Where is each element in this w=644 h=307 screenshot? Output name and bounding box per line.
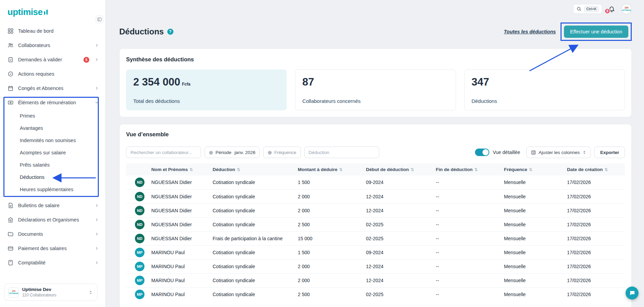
chevron-right-icon: [94, 217, 99, 222]
sidebar-item-actions-requises[interactable]: Actions requises: [0, 67, 105, 81]
deductions-table: Nom et Prénoms⇅ Déduction⇅ Montant à déd…: [126, 164, 625, 301]
cell-name: NGUESSAN Didier: [148, 231, 209, 245]
search-collaborator-input[interactable]: [126, 147, 201, 158]
org-switcher[interactable]: 100UPTIMISE Uptimise Dev 110 Collaborate…: [4, 283, 97, 301]
cell-amount: 1 500: [294, 175, 363, 189]
col-amount[interactable]: Montant à déduire⇅: [294, 164, 363, 175]
table-row[interactable]: ND NGUESSAN Didier Cotisation syndicale …: [126, 189, 625, 203]
table-row[interactable]: MP MARINOU Paul Cotisation syndicale 2 0…: [126, 259, 625, 273]
sort-icon[interactable]: ⇅: [474, 167, 478, 172]
sort-icon[interactable]: ⇅: [529, 167, 532, 172]
table-row[interactable]: ND NGUESSAN Didier Cotisation syndicale …: [126, 203, 625, 217]
sidebar-item-avantages[interactable]: Avantages: [0, 122, 105, 134]
table-header: Nom et Prénoms⇅ Déduction⇅ Montant à déd…: [126, 164, 625, 175]
logo-wordmark: uptimise: [7, 7, 43, 17]
sidebar-item-documents[interactable]: Documents: [0, 227, 105, 241]
col-frequency[interactable]: Fréquence⇅: [501, 164, 564, 175]
cell-frequency: Mensuelle: [501, 259, 564, 273]
global-search[interactable]: Ctrl+K: [573, 4, 602, 14]
col-name[interactable]: Nom et Prénoms⇅: [148, 164, 209, 175]
cell-amount: 2 000: [294, 189, 363, 203]
period-value: janv. 2026: [234, 150, 255, 155]
cell-frequency: Mensuelle: [501, 203, 564, 217]
sidebar-item-indemnites-non-soumises[interactable]: Indemnités non soumises: [0, 134, 105, 147]
cell-frequency: Mensuelle: [501, 189, 564, 203]
sub-item-label: Indemnités non soumises: [20, 138, 76, 143]
cell-deduction: Cotisation syndicale: [209, 287, 294, 301]
chevron-right-icon: [94, 57, 99, 62]
table-row[interactable]: MP MARINOU Paul Cotisation syndicale 2 5…: [126, 287, 625, 301]
sub-item-label: Prêts salariés: [20, 162, 50, 168]
sidebar-item-acomptes-sur-salaire[interactable]: Acomptes sur salaire: [0, 147, 105, 159]
col-created[interactable]: Date de création⇅: [564, 164, 625, 175]
frequency-filter-chip[interactable]: ⊕ Fréquence: [263, 147, 301, 158]
sidebar-item-label: Paiement des salaires: [18, 246, 90, 251]
overview-title: Vue d’ensemble: [126, 131, 625, 138]
detailed-view-toggle[interactable]: [475, 149, 489, 156]
cell-frequency: Mensuelle: [501, 231, 564, 245]
cell-avatar: ND: [126, 203, 148, 217]
user-avatar[interactable]: 100 UPTIMISE: [621, 4, 632, 14]
sort-icon[interactable]: ⇅: [604, 167, 608, 172]
sort-icon[interactable]: ⇅: [339, 167, 342, 172]
table-row[interactable]: ND NGUESSAN Didier Cotisation syndicale …: [126, 217, 625, 231]
create-deduction-button[interactable]: Effectuer une déduction: [564, 26, 628, 38]
sidebar-item-primes[interactable]: Primes: [0, 110, 105, 122]
cell-name: MARINOU Paul: [148, 259, 209, 273]
chevron-right-icon: [94, 43, 99, 48]
sidebar-item-conges-et-absences[interactable]: Congés et Absences: [0, 81, 105, 95]
cell-amount: 1 500: [294, 245, 363, 259]
folder-icon: [7, 231, 14, 237]
col-end[interactable]: Fin de déduction⇅: [432, 164, 501, 175]
table-row[interactable]: MP MARINOU Paul Cotisation syndicale 2 0…: [126, 273, 625, 287]
cell-frequency: Mensuelle: [501, 217, 564, 231]
sort-icon[interactable]: ⇅: [411, 167, 414, 172]
notifications-button[interactable]: 8: [608, 5, 615, 12]
export-button[interactable]: Exporter: [594, 147, 625, 158]
table-row[interactable]: MP MARINOU Paul Cotisation syndicale 1 5…: [126, 245, 625, 259]
table-row[interactable]: ND NGUESSAN Didier Cotisation syndicale …: [126, 175, 625, 189]
sort-icon[interactable]: ⇅: [189, 167, 193, 172]
sidebar-item-demandes-a-valider[interactable]: Demandes à valider 5: [0, 52, 105, 67]
sidebar-item-bulletins-de-salaire[interactable]: Bulletins de salaire: [0, 198, 105, 213]
cell-deduction: Cotisation syndicale: [209, 175, 294, 189]
cell-end: --: [432, 273, 501, 287]
cell-created: 17/02/2026: [564, 273, 625, 287]
sidebar-item-deductions[interactable]: Déductions: [0, 171, 105, 183]
sidebar-item-collaborateurs[interactable]: Collaborateurs: [0, 38, 105, 52]
deduction-filter-input[interactable]: [304, 147, 379, 158]
help-icon[interactable]: ?: [167, 29, 173, 35]
cell-name: NGUESSAN Didier: [148, 217, 209, 231]
remove-filter-icon[interactable]: ⊗: [209, 150, 213, 155]
sidebar-item-tableau-de-bord[interactable]: Tableau de bord: [0, 24, 105, 38]
app-logo: uptimise: [0, 0, 105, 20]
sidebar-item-prets-salaries[interactable]: Prêts salariés: [0, 159, 105, 171]
calendar-icon: [7, 85, 14, 91]
row-avatar: MP: [135, 276, 144, 285]
period-filter-chip[interactable]: ⊗ Période janv. 2026: [204, 147, 260, 158]
sidebar-subgroup-elements: Primes Avantages Indemnités non soumises…: [0, 110, 105, 196]
org-name: Uptimise Dev: [22, 287, 85, 292]
sidebar-collapse-icon[interactable]: [96, 16, 103, 23]
chat-widget-button[interactable]: [626, 287, 639, 300]
sidebar-item-heures-supplementaires[interactable]: Heures supplémentaires: [0, 183, 105, 196]
sidebar-item-paiement-des-salaires[interactable]: Paiement des salaires: [0, 241, 105, 256]
col-start[interactable]: Début de déduction⇅: [363, 164, 432, 175]
columns-icon: [531, 150, 536, 155]
detailed-view-label: Vue détaillée: [493, 150, 520, 155]
col-deduction[interactable]: Déduction⇅: [209, 164, 294, 175]
row-avatar: MP: [135, 262, 144, 271]
sidebar-item-label: Tableau de bord: [18, 28, 99, 34]
adjust-columns-button[interactable]: Ajuster les colonnes: [526, 147, 591, 158]
sort-icon[interactable]: ⇅: [237, 167, 240, 172]
sidebar-item-comptabilite[interactable]: Comptabilité: [0, 256, 105, 270]
stat-label: Collaborateurs concernés: [302, 98, 448, 104]
cell-name: MARINOU Paul: [148, 245, 209, 259]
sidebar-item-label: Collaborateurs: [18, 43, 90, 48]
all-deductions-link[interactable]: Toutes les déductions: [504, 29, 556, 34]
stat-label: Total des déductions: [133, 98, 279, 104]
table-row[interactable]: ND NGUESSAN Didier Frais de participatio…: [126, 231, 625, 245]
sidebar-item-elements-de-remuneration[interactable]: Éléments de rémunération: [0, 95, 105, 110]
cell-amount: 2 000: [294, 259, 363, 273]
sidebar-item-declarations-et-organismes[interactable]: Déclarations et Organismes: [0, 213, 105, 227]
